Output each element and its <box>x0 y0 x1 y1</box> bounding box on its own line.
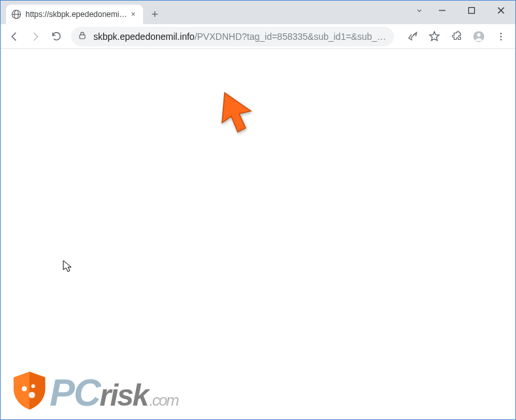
mouse-cursor-icon <box>63 260 73 276</box>
extensions-puzzle-icon[interactable] <box>446 27 467 46</box>
kebab-menu-icon[interactable] <box>491 27 511 46</box>
svg-rect-7 <box>80 35 85 39</box>
close-button[interactable] <box>486 1 515 20</box>
svg-point-12 <box>500 39 502 40</box>
tab-title: https://skbpk.epededonemil.info/ <box>25 10 129 19</box>
shield-icon <box>10 370 48 414</box>
tab-search-chevron-icon[interactable] <box>415 6 424 18</box>
annotation-arrow-icon <box>219 91 259 140</box>
watermark-com: .com <box>149 391 178 410</box>
svg-point-10 <box>500 33 502 34</box>
svg-point-14 <box>31 384 35 388</box>
url-path: /PVXDNHD?tag_id=858335&sub_id1=&sub_id2=… <box>195 31 387 42</box>
browser-window: https://skbpk.epededonemil.info/ × + <box>0 0 516 420</box>
forward-button <box>25 27 45 46</box>
watermark-text: P C risk .com <box>50 370 178 414</box>
url-host: skbpk.epededonemil.info <box>93 31 195 42</box>
toolbar-right <box>402 27 511 46</box>
watermark-letter-c: C <box>74 370 100 414</box>
maximize-button[interactable] <box>457 1 486 20</box>
svg-rect-4 <box>468 8 474 14</box>
share-icon[interactable] <box>402 27 423 46</box>
lock-icon <box>78 31 87 42</box>
watermark-risk: risk <box>100 378 148 413</box>
page-content: P C risk .com <box>1 49 515 419</box>
svg-point-11 <box>500 35 502 37</box>
address-bar[interactable]: skbpk.epededonemil.info /PVXDNHD?tag_id=… <box>71 27 394 46</box>
svg-point-15 <box>29 392 35 398</box>
titlebar: https://skbpk.epededonemil.info/ × + <box>1 1 515 24</box>
bookmark-star-icon[interactable] <box>424 27 445 46</box>
browser-tab[interactable]: https://skbpk.epededonemil.info/ × <box>6 5 143 24</box>
toolbar: skbpk.epededonemil.info /PVXDNHD?tag_id=… <box>1 24 515 49</box>
watermark-letter-p: P <box>50 370 74 414</box>
watermark-logo: P C risk .com <box>10 370 178 414</box>
reload-button[interactable] <box>46 27 66 46</box>
globe-icon <box>11 9 22 20</box>
new-tab-button[interactable]: + <box>146 5 164 24</box>
window-controls <box>427 1 515 20</box>
minimize-button[interactable] <box>427 1 457 20</box>
tab-close-icon[interactable]: × <box>129 10 138 19</box>
svg-point-13 <box>22 386 27 391</box>
back-button[interactable] <box>5 27 24 46</box>
svg-point-9 <box>477 33 480 36</box>
profile-avatar-icon[interactable] <box>468 27 489 46</box>
